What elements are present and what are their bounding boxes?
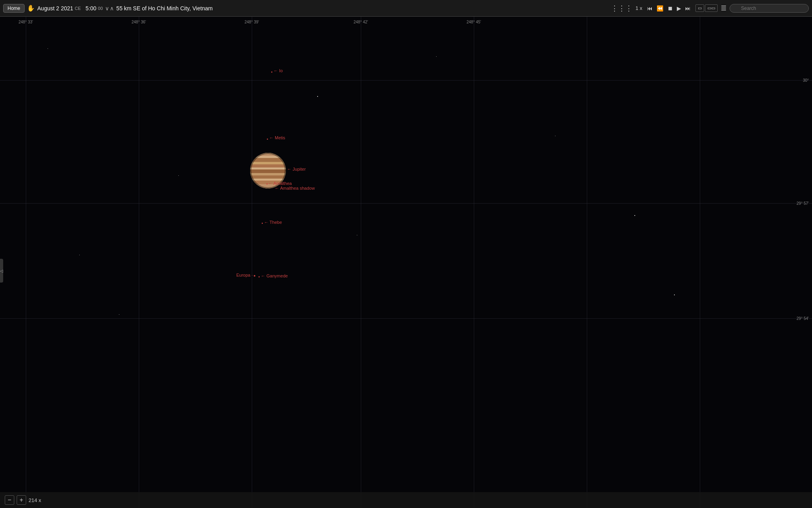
grid-line-h-2 [0,203,812,204]
up-arrow-icon[interactable]: ∧ [110,5,114,12]
jupiter-label[interactable]: ← Jupiter [287,167,306,171]
date-display: August 2 2021 CE 5:00 00 [37,5,103,12]
side-panel-toggle[interactable]: ◁ [0,259,3,283]
thebe-label[interactable]: ← Thebe [264,220,282,225]
dec-label-3: 29° 54' [797,316,809,321]
split-pane-button[interactable]: ▭▭ [705,4,718,12]
grid-line-v-3 [252,17,252,508]
layout-buttons: ▭ ▭▭ [695,4,718,12]
svg-rect-9 [250,173,286,175]
amalthea-dot [266,183,268,185]
dec-label-2: 29° 57' [797,201,809,206]
grid-line-v-2 [139,17,139,508]
play-button[interactable]: ▶ [675,4,683,12]
io-dot [271,71,272,73]
grid-line-v-4 [361,17,361,508]
star [79,255,80,255]
search-container: 🔍 [730,4,809,13]
toolbar-right-section: ⋮⋮⋮ 1 x ⏮ ⏪ ⏹ ▶ ⏭ ▭ ▭▭ ☰ 🔍 [611,4,809,13]
star [119,314,119,315]
europa-label[interactable]: Europa · [236,273,253,277]
skip-back-button[interactable]: ⏮ [645,4,654,12]
zoom-level-text: 214 x [29,497,41,503]
svg-rect-8 [250,169,286,173]
svg-rect-10 [250,175,286,179]
single-pane-button[interactable]: ▭ [695,4,704,12]
era-label: CE [75,6,81,11]
toolbar: Home ✋ August 2 2021 CE 5:00 00 ∨ ∧ 55 k… [0,0,812,17]
metis-label[interactable]: ← Metis [269,135,285,140]
star [555,136,555,136]
zoom-minus-button[interactable]: − [5,495,14,505]
skip-forward-button[interactable]: ⏭ [684,4,692,12]
star [178,175,179,176]
bottom-bar: − + 214 x [0,492,812,508]
day-label: 2 [56,5,59,12]
europa-dot [254,275,255,277]
star [674,294,675,295]
star [317,96,318,97]
down-arrow-icon[interactable]: ∨ [105,5,109,12]
star [48,48,48,49]
ganymede-dot [259,276,260,277]
playback-controls: ⏮ ⏪ ⏹ ▶ ⏭ [645,4,692,12]
time-label: 5:00 [86,5,96,12]
star [357,235,357,235]
grid-line-h-3 [0,318,812,319]
hand-icon: ✋ [27,4,35,12]
svg-rect-3 [250,156,286,158]
ra-label-2: 248° 36' [132,20,146,24]
svg-rect-11 [250,179,286,181]
svg-rect-5 [250,162,286,164]
search-input[interactable] [730,4,809,13]
year-label: 2021 [61,5,73,12]
svg-rect-7 [250,167,286,169]
ra-label-3: 248° 39' [245,20,259,24]
menu-icon[interactable]: ⋮⋮⋮ [611,4,632,13]
home-button[interactable]: Home [3,4,25,13]
location-text: 55 km SE of Ho Chi Minh City, Vietnam [116,5,213,12]
grid-line-v-5 [474,17,474,508]
grid-line-v-1 [26,17,26,508]
ganymede-label[interactable]: ← Ganymede [261,273,288,278]
month-label: August [37,5,55,12]
ra-label-1: 248° 33' [19,20,33,24]
star [436,56,437,57]
direction-arrows: ∨ ∧ [105,5,114,12]
svg-rect-6 [250,164,286,167]
time-seconds-label: 00 [98,6,103,11]
grid-line-v-7 [700,17,700,508]
ra-label-4: 248° 42' [354,20,368,24]
sky-canvas[interactable]: 248° 33' 248° 36' 248° 39' 248° 42' 248°… [0,17,812,508]
grid-line-v-6 [587,17,587,508]
amalthea-shadow-label[interactable]: ← Amalthea shadow [275,186,315,190]
ra-label-5: 248° 45' [467,20,481,24]
io-label[interactable]: ← Io [274,68,283,73]
dec-label-1: 30° [803,78,809,83]
stop-button[interactable]: ⏹ [666,4,674,12]
zoom-plus-button[interactable]: + [17,495,26,505]
location-display: 55 km SE of Ho Chi Minh City, Vietnam [116,5,608,12]
list-icon[interactable]: ☰ [721,4,726,12]
step-back-button[interactable]: ⏪ [655,4,665,12]
thebe-dot [262,223,263,224]
side-panel-icon: ◁ [0,269,3,273]
amalthea-label[interactable]: ← Amalthea [268,181,292,186]
metis-dot [267,139,268,140]
zoom-level-display: 1 x [636,5,642,11]
star [634,215,635,216]
grid-line-h-1 [0,80,812,81]
